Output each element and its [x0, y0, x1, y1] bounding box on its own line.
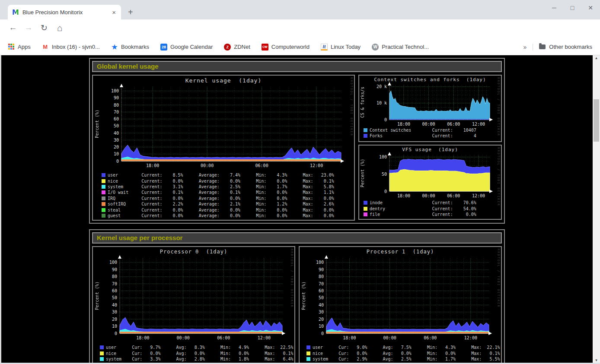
svg-text:70: 70: [112, 282, 117, 286]
graph-legend: Context switches Current: 10407Forks Cur…: [364, 127, 476, 139]
legend-text: file Current: 0.0%: [370, 212, 476, 217]
folder-icon: [539, 44, 546, 49]
bookmark-practical-technology[interactable]: W Practical Technol...: [372, 44, 429, 51]
forward-button[interactable]: →: [22, 23, 35, 32]
legend-row: nice Current: 0.0% Average: 0.0% Min: 0.…: [102, 178, 334, 184]
svg-text:90: 90: [319, 267, 324, 272]
legend-row: nice Cur: 0.0% Avg: 0.0% Min: 0.0% Max: …: [306, 350, 500, 356]
tab-title: Blue Precision Monitorix: [22, 9, 111, 16]
bookmarks-bar: Apps M Inbox (16) - sjvn0... ★ Bookmarks…: [0, 39, 600, 55]
svg-text:00:00: 00:00: [177, 336, 190, 340]
section-title: Kernel usage per processor: [92, 232, 502, 244]
rrdtool-watermark: RRDTOOL / TOBI OETIKER: [497, 147, 500, 206]
y-axis-label: CS & forks/s: [360, 85, 365, 120]
svg-text:100: 100: [316, 260, 324, 265]
legend-row: system Current: 3.1% Average: 2.5% Min: …: [102, 184, 334, 190]
legend-swatch: [364, 134, 367, 138]
svg-text:50: 50: [112, 295, 117, 300]
back-button[interactable]: ←: [7, 23, 19, 32]
bookmark-google-calendar[interactable]: 28 Google Calendar: [160, 44, 213, 51]
zdnet-icon: Z: [224, 44, 231, 51]
svg-text:60: 60: [112, 288, 117, 293]
kernel-usage-graph[interactable]: Kernel usage (1day)RRDTOOL / TOBI OETIKE…: [92, 75, 355, 221]
bookmark-bookmarks[interactable]: ★ Bookmarks: [111, 44, 149, 51]
vfs-usage-graph[interactable]: VFS usage (1day)RRDTOOL / TOBI OETIKERPe…: [358, 145, 502, 220]
svg-text:10: 10: [112, 324, 117, 329]
plot-area: 05010018:0000:0006:0012:00: [389, 155, 494, 200]
page-scrollbar[interactable]: ▲ ▼: [593, 55, 600, 364]
legend-text: guest Current: 0.0% Average: 0.0% Min: 0…: [108, 213, 334, 218]
svg-text:40: 40: [114, 131, 119, 136]
legend-text: nice Cur: 0.0% Avg: 0.0% Min: 0.0% Max: …: [106, 351, 293, 356]
legend-swatch: [306, 351, 310, 355]
plot-area: 010203040506070809010018:0000:0006:0012:…: [121, 87, 345, 170]
svg-text:30: 30: [114, 138, 119, 142]
rrdtool-watermark: RRDTOOL / TOBI OETIKER: [497, 249, 500, 308]
svg-text:30: 30: [112, 310, 117, 314]
section-kernel-usage-per-processor: Kernel usage per processor Processor 0 (…: [89, 229, 505, 364]
svg-text:90: 90: [112, 267, 117, 272]
rrdtool-watermark: RRDTOOL / TOBI OETIKER: [497, 77, 500, 136]
home-button[interactable]: ⌂: [54, 23, 66, 33]
legend-swatch: [100, 351, 104, 355]
legend-swatch: [100, 357, 104, 361]
scrollbar-up-icon[interactable]: ▲: [593, 56, 600, 60]
processor-0-graph[interactable]: Processor 0 (1day)RRDTOOL / TOBI OETIKER…: [92, 246, 295, 364]
tab-close-icon[interactable]: ×: [111, 9, 117, 16]
processor-1-graph[interactable]: Processor 1 (1day)RRDTOOL / TOBI OETIKER…: [299, 246, 502, 364]
legend-row: user Cur: 9.7% Avg: 8.3% Min: 4.9% Max: …: [100, 345, 293, 350]
svg-text:90: 90: [114, 95, 119, 100]
legend-swatch: [102, 173, 105, 177]
bookmark-zdnet[interactable]: Z ZDNet: [224, 44, 250, 51]
graph-legend: user Cur: 9.0% Avg: 7.5% Min: 4.3% Max: …: [306, 345, 500, 364]
section-global-kernel-usage: Global kernel usage Kernel usage (1day)R…: [89, 58, 505, 224]
legend-text: IRQ Current: 0.0% Average: 0.0% Min: 0.0…: [108, 196, 334, 201]
legend-text: user Cur: 9.7% Avg: 8.3% Min: 4.9% Max: …: [106, 345, 293, 350]
svg-text:06:00: 06:00: [447, 193, 460, 198]
svg-text:80: 80: [112, 274, 117, 279]
scrollbar-down-icon[interactable]: ▼: [593, 358, 600, 362]
svg-text:30: 30: [319, 310, 324, 314]
svg-text:50: 50: [382, 172, 387, 177]
svg-text:06:00: 06:00: [424, 336, 437, 340]
window-close-button[interactable]: ✕: [587, 4, 594, 11]
graph-legend: inode Current: 70.6%dentry Current: 54.0…: [364, 200, 476, 218]
y-axis-label: Percent (%): [360, 155, 365, 191]
svg-text:0: 0: [321, 331, 324, 336]
new-tab-button[interactable]: +: [128, 7, 133, 17]
legend-text: system Cur: 2.9% Avg: 2.5% Min: 1.7% Max…: [313, 357, 500, 361]
legend-swatch: [102, 190, 105, 194]
svg-text:50: 50: [319, 295, 324, 300]
svg-text:70: 70: [319, 282, 324, 286]
svg-text:80: 80: [319, 274, 324, 279]
bookmark-computerworld[interactable]: CW Computerworld: [262, 44, 310, 51]
bookmark-linux-today[interactable]: lt Linux Today: [321, 44, 361, 51]
legend-row: I/O wait Current: 0.1% Average: 0.1% Min…: [102, 190, 334, 195]
svg-text:10: 10: [114, 152, 119, 156]
window-minimize-button[interactable]: ─: [551, 4, 558, 11]
context-switches-graph[interactable]: Context switches and forks (1day)RRDTOOL…: [358, 75, 502, 142]
svg-text:20: 20: [114, 145, 119, 149]
calendar-icon: 28: [160, 44, 167, 51]
legend-row: inode Current: 70.6%: [364, 200, 476, 206]
chart-title: Processor 0 (1day): [93, 249, 294, 255]
scrollbar-thumb[interactable]: [594, 99, 599, 142]
bookmarks-overflow-chevron[interactable]: »: [523, 44, 533, 51]
computerworld-icon: CW: [262, 44, 268, 51]
svg-text:50: 50: [114, 123, 119, 128]
legend-swatch: [102, 202, 105, 206]
other-bookmarks[interactable]: Other bookmarks: [539, 44, 592, 50]
legend-row: file Current: 0.0%: [364, 212, 476, 218]
bookmark-apps[interactable]: Apps: [8, 44, 31, 51]
gmail-icon: M: [42, 44, 49, 51]
reload-button[interactable]: ↻: [38, 23, 50, 33]
bookmark-inbox[interactable]: M Inbox (16) - sjvn0...: [42, 44, 100, 51]
legend-swatch: [102, 179, 105, 183]
svg-text:18:00: 18:00: [397, 122, 410, 127]
svg-text:12:00: 12:00: [472, 122, 485, 127]
window-maximize-button[interactable]: □: [569, 4, 576, 11]
browser-toolbar: ← → ↻ ⌂ ⓘ localhost:8080/monitorix-cgi/m…: [0, 19, 600, 39]
legend-row: steal Current: 0.0% Average: 0.0% Min: 0…: [102, 207, 334, 212]
legend-swatch: [102, 214, 105, 218]
browser-tab[interactable]: M Blue Precision Monitorix ×: [8, 5, 121, 19]
